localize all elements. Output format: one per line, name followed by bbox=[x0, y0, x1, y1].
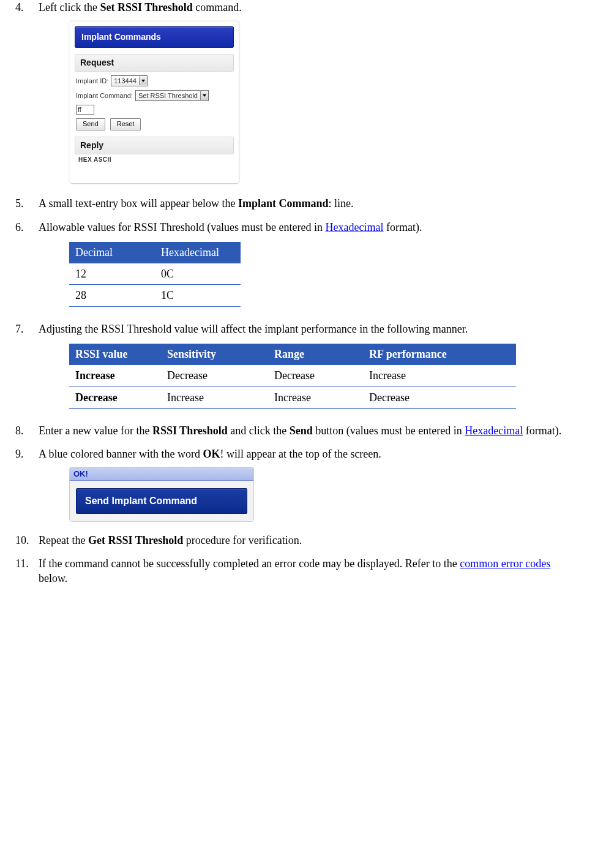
implant-command-select[interactable]: Set RSSI Threshold bbox=[135, 90, 209, 101]
step-num: 4. bbox=[15, 0, 24, 15]
step-num: 9. bbox=[15, 447, 24, 461]
request-header: Request bbox=[75, 54, 234, 72]
table-row: Increase Decrease Decrease Increase bbox=[69, 365, 516, 387]
reply-header: Reply bbox=[75, 137, 234, 154]
threshold-input[interactable]: ff bbox=[76, 105, 94, 115]
send-command-title: Send Implant Command bbox=[76, 488, 247, 514]
hex-ascii-label: HEX ASCII bbox=[75, 154, 234, 164]
send-button[interactable]: Send bbox=[76, 118, 105, 130]
step-text: A small text-entry box will appear below… bbox=[39, 197, 353, 209]
implant-id-label: Implant ID: bbox=[76, 77, 108, 86]
th-sensitivity: Sensitivity bbox=[161, 344, 268, 365]
th-range: Range bbox=[268, 344, 363, 365]
table-row: 12 0C bbox=[69, 263, 241, 285]
step-text: If the command cannot be successfully co… bbox=[39, 557, 550, 584]
step-8: 8. Enter a new value for the RSSI Thresh… bbox=[15, 423, 580, 438]
reset-button[interactable]: Reset bbox=[110, 118, 141, 130]
step-5: 5. A small text-entry box will appear be… bbox=[15, 196, 580, 211]
step-num: 6. bbox=[15, 220, 24, 235]
th-rf: RF performance bbox=[363, 344, 516, 365]
th-decimal: Decimal bbox=[69, 242, 155, 263]
chevron-down-icon bbox=[139, 77, 147, 85]
step-11: 11. If the command cannot be successfull… bbox=[15, 556, 580, 586]
implant-id-select[interactable]: 113444 bbox=[111, 75, 148, 86]
step-text: Left click the Set RSSI Threshold comman… bbox=[39, 1, 242, 13]
step-text: Allowable values for RSSI Threshold (val… bbox=[39, 221, 422, 233]
implant-command-label: Implant Command: bbox=[76, 91, 133, 100]
hexadecimal-link[interactable]: Hexadecimal bbox=[465, 425, 523, 437]
table-row: 28 1C bbox=[69, 285, 241, 306]
step-num: 11. bbox=[15, 556, 29, 571]
error-codes-link[interactable]: common error codes bbox=[460, 557, 550, 570]
step-num: 8. bbox=[15, 423, 24, 438]
step-num: 10. bbox=[15, 533, 29, 548]
step-4: 4. Left click the Set RSSI Threshold com… bbox=[15, 0, 580, 184]
step-text: A blue colored banner with the word OK! … bbox=[39, 448, 381, 460]
step-num: 5. bbox=[15, 196, 24, 211]
rssi-effect-table: RSSI value Sensitivity Range RF performa… bbox=[69, 344, 516, 409]
step-10: 10. Repeat the Get RSSI Threshold proced… bbox=[15, 533, 580, 548]
cmd-name: Set RSSI Threshold bbox=[100, 1, 192, 13]
ok-banner: OK! bbox=[70, 467, 253, 481]
table-row: Decrease Increase Increase Decrease bbox=[69, 387, 516, 408]
th-hex: Hexadecimal bbox=[155, 242, 241, 263]
step-text: Enter a new value for the RSSI Threshold… bbox=[39, 425, 561, 437]
screenshot-implant-commands: Implant Commands Request Implant ID: 113… bbox=[69, 21, 239, 184]
screenshot-ok-banner: OK! Send Implant Command bbox=[69, 467, 254, 522]
hex-table: Decimal Hexadecimal 12 0C 28 1C bbox=[69, 242, 241, 307]
step-7: 7. Adjusting the RSSI Threshold value wi… bbox=[15, 322, 580, 409]
step-9: 9. A blue colored banner with the word O… bbox=[15, 447, 580, 521]
step-6: 6. Allowable values for RSSI Threshold (… bbox=[15, 220, 580, 307]
step-text: Repeat the Get RSSI Threshold procedure … bbox=[39, 534, 302, 546]
step-num: 7. bbox=[15, 322, 24, 336]
chevron-down-icon bbox=[200, 91, 208, 100]
step-text: Adjusting the RSSI Threshold value will … bbox=[39, 323, 468, 335]
th-rssi: RSSI value bbox=[69, 344, 161, 365]
panel-title: Implant Commands bbox=[75, 26, 234, 48]
hexadecimal-link[interactable]: Hexadecimal bbox=[326, 221, 384, 233]
